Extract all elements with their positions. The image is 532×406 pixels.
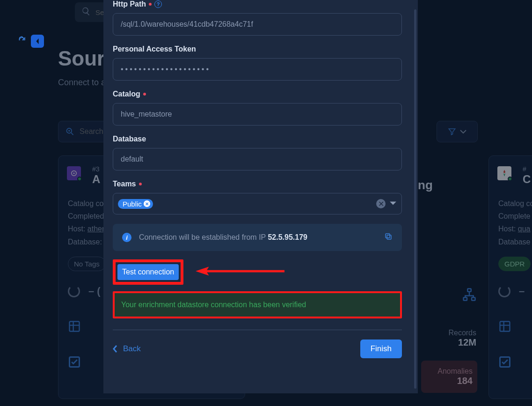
card-line: Complete bbox=[498, 210, 532, 222]
svg-rect-10 bbox=[472, 297, 475, 300]
tag-pill[interactable]: GDPR bbox=[498, 257, 531, 271]
info-text: Connection will be established from IP 5… bbox=[139, 233, 377, 242]
remove-chip-icon[interactable]: ✕ bbox=[144, 200, 150, 207]
success-message: Your enrichment datastore connection has… bbox=[115, 293, 400, 317]
copy-icon[interactable] bbox=[384, 232, 393, 243]
finish-button[interactable]: Finish bbox=[360, 340, 402, 358]
source-logo bbox=[497, 166, 511, 180]
catalog-input[interactable] bbox=[113, 103, 402, 125]
chevron-down-icon[interactable] bbox=[389, 199, 397, 208]
tag-pill[interactable]: No Tags bbox=[68, 257, 106, 271]
spinner-icon bbox=[68, 285, 80, 297]
divider bbox=[113, 330, 402, 330]
required-dot-icon bbox=[143, 93, 146, 96]
back-button[interactable]: Back bbox=[113, 344, 141, 354]
checklist-icon bbox=[498, 355, 511, 369]
nav-back-button[interactable] bbox=[31, 35, 44, 48]
stats-column: Records 12M bbox=[430, 288, 476, 348]
source-card[interactable]: # C Catalog co Complete Host: qua Databa… bbox=[488, 155, 532, 399]
required-dot-icon bbox=[149, 3, 152, 6]
svg-rect-9 bbox=[464, 297, 467, 300]
search-icon bbox=[65, 126, 75, 137]
chevron-down-icon bbox=[460, 129, 466, 134]
database-input[interactable] bbox=[113, 148, 402, 170]
team-chip[interactable]: Public✕ bbox=[118, 199, 153, 209]
refresh-icon[interactable] bbox=[18, 36, 26, 46]
svg-point-3 bbox=[73, 173, 75, 174]
http-path-input[interactable] bbox=[113, 13, 402, 36]
anomalies-badge: Anomalies 184 bbox=[421, 361, 477, 393]
svg-rect-4 bbox=[70, 321, 80, 331]
teams-label: Teams bbox=[113, 180, 408, 188]
svg-rect-11 bbox=[387, 235, 391, 239]
page-subtitle: Connect to a bbox=[58, 78, 106, 88]
database-label: Database bbox=[113, 135, 408, 143]
scrollbar[interactable] bbox=[414, 9, 416, 389]
hierarchy-icon bbox=[462, 288, 476, 302]
records-value: 12M bbox=[430, 337, 476, 348]
card-line: Host: qua bbox=[498, 222, 532, 235]
svg-rect-8 bbox=[467, 289, 471, 292]
svg-rect-6 bbox=[500, 321, 510, 331]
checklist-icon bbox=[68, 355, 81, 369]
card-title: C bbox=[523, 173, 532, 186]
funnel-icon bbox=[448, 127, 456, 136]
catalog-label: Catalog bbox=[113, 90, 408, 98]
search-icon bbox=[81, 7, 91, 18]
info-banner: i Connection will be established from IP… bbox=[113, 224, 402, 251]
pat-input[interactable] bbox=[113, 58, 402, 81]
connection-modal: Http Path? Personal Access Token Catalog… bbox=[103, 0, 418, 393]
dash: – ( bbox=[88, 285, 101, 297]
highlight-frame: Your enrichment datastore connection has… bbox=[113, 291, 402, 318]
source-logo bbox=[67, 166, 81, 180]
pat-label: Personal Access Token bbox=[113, 45, 408, 53]
grid-icon bbox=[68, 320, 81, 333]
test-connection-button[interactable]: Test connection bbox=[117, 264, 179, 280]
dash: – bbox=[519, 285, 525, 297]
card-id: # bbox=[523, 165, 532, 173]
chevron-left-icon bbox=[113, 345, 117, 353]
page-title: Sour bbox=[58, 47, 105, 70]
svg-point-1 bbox=[68, 130, 70, 132]
records-label: Records bbox=[430, 329, 476, 337]
highlight-frame: Test connection bbox=[113, 259, 183, 285]
required-dot-icon bbox=[139, 183, 142, 185]
svg-rect-12 bbox=[386, 234, 390, 238]
http-path-label: Http Path? bbox=[113, 0, 408, 8]
clear-icon[interactable]: ✕ bbox=[376, 199, 386, 208]
grid-icon bbox=[498, 320, 511, 333]
info-icon: i bbox=[122, 233, 131, 242]
card-line: Database bbox=[498, 236, 532, 248]
filter-button[interactable] bbox=[437, 121, 478, 142]
arrow-annotation bbox=[196, 266, 284, 279]
teams-select[interactable]: Public✕ ✕ bbox=[113, 193, 402, 214]
spinner-icon bbox=[498, 285, 510, 297]
help-icon[interactable]: ? bbox=[154, 0, 162, 8]
card-line: Catalog co bbox=[498, 197, 532, 210]
